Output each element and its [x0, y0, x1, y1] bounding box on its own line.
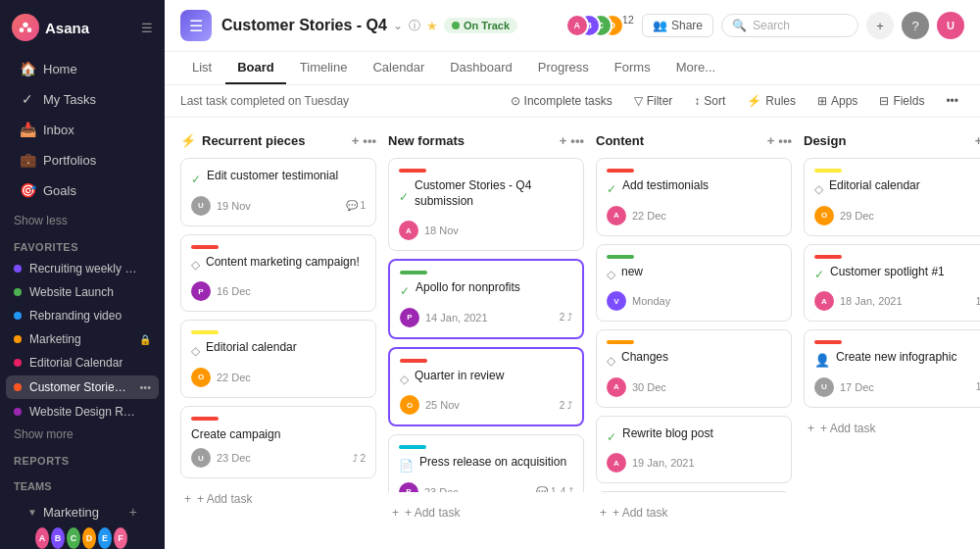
- card-tag: [607, 340, 634, 344]
- card-avatar: P: [191, 281, 211, 301]
- more-options-button[interactable]: •••: [940, 91, 964, 111]
- sidebar: Asana ☰ 🏠 Home ✓ My Tasks 📥 Inbox 💼 Port…: [0, 0, 165, 549]
- nav-item-home[interactable]: 🏠 Home: [6, 54, 159, 83]
- card-ct4[interactable]: ✓ Rewrite blog post A 19 Jan, 2021: [596, 416, 792, 484]
- avatar: D: [82, 527, 96, 549]
- star-icon[interactable]: ★: [426, 19, 438, 33]
- add-task-button-design[interactable]: + + Add task: [804, 416, 980, 441]
- more-icon[interactable]: •••: [139, 381, 151, 393]
- card-title: Quarter in review: [415, 369, 504, 384]
- card-n2[interactable]: ✓ Apollo for nonprofits P 14 Jan, 2021 2…: [388, 259, 584, 339]
- favorites-item-website-design[interactable]: Website Design Requ...: [0, 400, 165, 424]
- marketing-team-header[interactable]: ▼ Marketing +: [22, 500, 143, 524]
- check-icon: ✓: [607, 430, 616, 444]
- tab-list[interactable]: List: [180, 52, 223, 84]
- lightning-icon: ⚡: [180, 133, 196, 148]
- share-button[interactable]: 👥 Share: [642, 14, 713, 37]
- add-task-label: + Add task: [612, 506, 667, 520]
- card-icons: ⤴ 2: [353, 453, 366, 464]
- column-cards-recurrent: ✓ Edit customer testimonial U 19 Nov 💬 1: [180, 158, 376, 478]
- nav-item-goals[interactable]: 🎯 Goals: [6, 175, 159, 205]
- tab-dashboard[interactable]: Dashboard: [438, 52, 524, 84]
- nav-item-inbox[interactable]: 📥 Inbox: [6, 115, 159, 144]
- fields-label: Fields: [893, 94, 924, 108]
- card-meta: P 16 Dec: [191, 281, 366, 301]
- dot-icon: [14, 288, 22, 296]
- column-header-new-formats: New formats + •••: [388, 131, 584, 150]
- more-col-icon[interactable]: •••: [570, 133, 584, 148]
- card-title-row: ◇ Editorial calendar: [814, 178, 980, 200]
- card-date: 22 Dec: [217, 372, 251, 383]
- card-c2[interactable]: ◇ Content marketing campaign! P 16 Dec: [180, 234, 376, 313]
- diamond-icon: ◇: [191, 258, 200, 272]
- card-avatar: A: [399, 221, 418, 240]
- info-icon[interactable]: ⓘ: [409, 18, 420, 34]
- card-icons: 2 ⤴: [560, 400, 572, 411]
- card-n4[interactable]: 📄 Press release on acquisition P 23 Dec …: [388, 434, 584, 492]
- more-col-icon[interactable]: •••: [778, 133, 792, 148]
- project-title-area: Customer Stories - Q4 ⌄ ⓘ ★ On Track: [221, 17, 556, 34]
- nav-item-my-tasks[interactable]: ✓ My Tasks: [6, 84, 159, 114]
- diamond-icon: ◇: [814, 182, 823, 196]
- tab-calendar[interactable]: Calendar: [361, 52, 436, 84]
- nav-item-portfolios[interactable]: 💼 Portfolios: [6, 145, 159, 175]
- incomplete-tasks-filter[interactable]: ⊙ Incomplete tasks: [505, 91, 618, 111]
- card-title: Editorial calendar: [829, 178, 920, 194]
- card-d1[interactable]: ◇ Editorial calendar O 29 Dec: [804, 158, 980, 236]
- add-button[interactable]: +: [866, 12, 894, 39]
- main-nav: 🏠 Home ✓ My Tasks 📥 Inbox 💼 Portfolios 🎯…: [0, 49, 165, 210]
- filter-button[interactable]: ▽ Filter: [628, 91, 679, 111]
- sidebar-toggle-button[interactable]: ☰: [141, 21, 153, 35]
- card-ct1[interactable]: ✓ Add testimonials A 22 Dec: [596, 158, 792, 236]
- tab-forms[interactable]: Forms: [603, 52, 662, 84]
- tab-timeline[interactable]: Timeline: [288, 52, 360, 84]
- card-c4[interactable]: Create campaign U 23 Dec ⤴ 2: [180, 406, 376, 479]
- rules-button[interactable]: ⚡ Rules: [741, 91, 802, 111]
- favorites-item-marketing[interactable]: Marketing 🔒: [0, 327, 165, 351]
- tab-board[interactable]: Board: [225, 52, 286, 84]
- favorites-item-rebranding[interactable]: Rebranding video: [0, 304, 165, 327]
- card-d3[interactable]: 👤 Create new infographic U 17 Dec 1 ⤴: [804, 329, 980, 408]
- title-chevron-icon[interactable]: ⌄: [393, 19, 403, 32]
- card-d2[interactable]: ✓ Customer spotlight #1 A 18 Jan, 2021 1…: [804, 244, 980, 323]
- favorites-item-website[interactable]: Website Launch: [0, 280, 165, 304]
- card-ct5[interactable]: Choose customer for February spotlight O…: [596, 491, 792, 492]
- help-button[interactable]: ?: [902, 12, 929, 39]
- card-n3[interactable]: ◇ Quarter in review O 25 Nov 2 ⤴: [388, 347, 584, 427]
- add-col-icon[interactable]: +: [560, 133, 567, 148]
- add-col-icon[interactable]: +: [767, 133, 775, 148]
- card-ct2[interactable]: ◇ new V Monday: [596, 244, 792, 323]
- show-more-link[interactable]: Show more: [0, 424, 165, 445]
- apps-button[interactable]: ⊞ Apps: [811, 91, 863, 111]
- add-task-button-recurrent[interactable]: + + Add task: [180, 486, 376, 512]
- card-c1[interactable]: ✓ Edit customer testimonial U 19 Nov 💬 1: [180, 158, 376, 226]
- card-ct3[interactable]: ◇ Changes A 30 Dec: [596, 329, 792, 408]
- fields-button[interactable]: ⊟ Fields: [873, 91, 930, 111]
- favorites-item-editorial[interactable]: Editorial Calendar: [0, 351, 165, 374]
- show-less-link[interactable]: Show less: [0, 210, 165, 231]
- fav-label-recruiting: Recruiting weekly mee...: [29, 262, 137, 275]
- search-box[interactable]: 🔍 Search: [721, 14, 858, 37]
- more-col-icon[interactable]: •••: [363, 133, 376, 148]
- tasks-icon: ✓: [20, 91, 35, 107]
- add-task-button-content[interactable]: + + Add task: [596, 500, 792, 525]
- add-to-team-icon[interactable]: +: [129, 504, 137, 520]
- favorites-item-customer-stories[interactable]: Customer Stories - Q4 •••: [6, 375, 159, 399]
- add-col-icon[interactable]: +: [352, 133, 360, 148]
- add-col-icon[interactable]: +: [975, 133, 980, 148]
- tab-more[interactable]: More...: [664, 52, 727, 84]
- asana-wordmark: Asana: [45, 20, 89, 36]
- add-task-button-new-formats[interactable]: + + Add task: [388, 500, 584, 525]
- favorites-item-recruiting[interactable]: Recruiting weekly mee...: [0, 257, 165, 280]
- inbox-icon: 📥: [20, 122, 35, 137]
- card-n1[interactable]: ✓ Customer Stories - Q4 submission A 18 …: [388, 158, 584, 251]
- tab-progress[interactable]: Progress: [526, 52, 601, 84]
- asana-logo[interactable]: Asana: [12, 14, 89, 41]
- column-actions-new-formats: + •••: [560, 133, 584, 148]
- card-title-row: ✓ Edit customer testimonial: [191, 169, 366, 190]
- sort-button[interactable]: ↕ Sort: [688, 91, 731, 111]
- card-meta: A 30 Dec: [607, 377, 781, 397]
- card-meta: V Monday: [607, 291, 781, 311]
- user-avatar[interactable]: U: [937, 12, 964, 39]
- card-c3[interactable]: ◇ Editorial calendar O 22 Dec: [180, 320, 376, 398]
